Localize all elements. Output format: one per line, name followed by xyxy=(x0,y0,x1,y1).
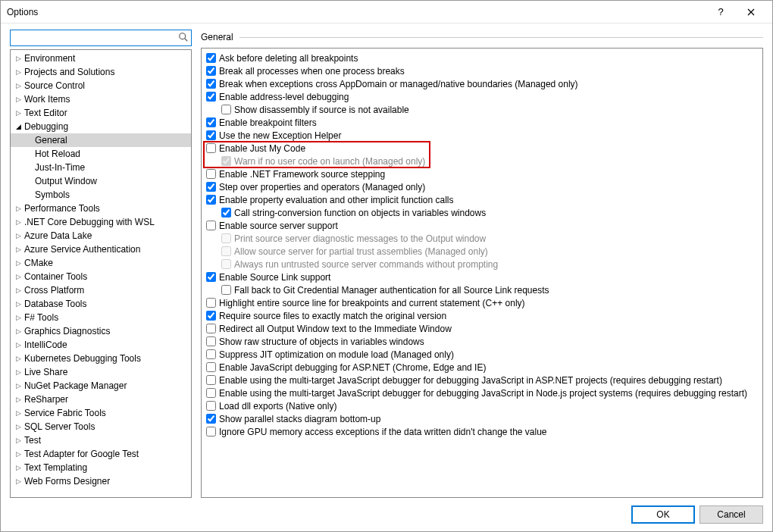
option-checkbox xyxy=(221,156,231,166)
option-checkbox[interactable] xyxy=(206,143,216,153)
option-row: Enable property evaluation and other imp… xyxy=(203,193,761,206)
tree-item[interactable]: Hot Reload xyxy=(11,147,191,161)
option-row: Show raw structure of objects in variabl… xyxy=(203,335,761,348)
close-button[interactable] xyxy=(736,1,766,23)
tree-item[interactable]: ▷Live Share xyxy=(11,365,191,379)
option-label: Warn if no user code on launch (Managed … xyxy=(234,156,425,167)
option-checkbox[interactable] xyxy=(206,311,216,321)
tree-item[interactable]: ▷Service Fabric Tools xyxy=(11,406,191,420)
chevron-right-icon: ▷ xyxy=(14,109,23,117)
options-window: Options ? ▷Environment▷Projects and Solu… xyxy=(0,0,773,532)
tree-item[interactable]: ▷Azure Data Lake xyxy=(11,229,191,243)
tree-item[interactable]: ▷Kubernetes Debugging Tools xyxy=(11,352,191,365)
tree-item-label: Performance Tools xyxy=(23,203,100,214)
option-checkbox[interactable] xyxy=(206,130,216,140)
option-checkbox[interactable] xyxy=(206,79,216,89)
chevron-right-icon: ▷ xyxy=(14,259,23,267)
tree-item[interactable]: ▷Projects and Solutions xyxy=(11,65,191,79)
tree-item[interactable]: ▷ReSharper xyxy=(11,393,191,406)
chevron-right-icon: ▷ xyxy=(14,205,23,212)
tree-item[interactable]: ▷Performance Tools xyxy=(11,202,191,215)
window-title: Options xyxy=(7,7,706,17)
tree-item[interactable]: Symbols xyxy=(11,188,191,202)
tree-item[interactable]: ▷F# Tools xyxy=(11,311,191,324)
tree-item-label: Azure Service Authentication xyxy=(23,244,140,255)
tree-item[interactable]: ▷IntelliCode xyxy=(11,338,191,352)
tree-item[interactable]: Just-In-Time xyxy=(11,161,191,174)
tree-item[interactable]: ▷Database Tools xyxy=(11,297,191,311)
option-checkbox[interactable] xyxy=(206,401,216,411)
option-checkbox[interactable] xyxy=(221,208,231,217)
option-row: Break when exceptions cross AppDomain or… xyxy=(203,77,761,90)
cancel-button[interactable]: Cancel xyxy=(699,505,763,524)
tree-item[interactable]: ▷Environment xyxy=(11,52,191,65)
tree-item[interactable]: ▷CMake xyxy=(11,256,191,270)
chevron-right-icon: ▷ xyxy=(14,368,23,376)
tree-item[interactable]: ▷Text Editor xyxy=(11,106,191,120)
option-checkbox[interactable] xyxy=(206,272,216,282)
option-label: Enable address-level debugging xyxy=(219,92,349,102)
tree-item[interactable]: ▷Work Items xyxy=(11,92,191,106)
tree-item-label: Work Items xyxy=(23,94,70,105)
option-checkbox[interactable] xyxy=(206,195,216,205)
tree-item-label: SQL Server Tools xyxy=(23,421,95,432)
ok-button[interactable]: OK xyxy=(631,505,695,524)
tree-item[interactable]: General xyxy=(11,133,191,147)
option-label: Enable Source Link support xyxy=(219,272,330,283)
tree-item[interactable]: ▷Test xyxy=(11,433,191,447)
tree-item-label: Projects and Solutions xyxy=(23,67,114,77)
chevron-right-icon: ▷ xyxy=(14,355,23,362)
option-checkbox[interactable] xyxy=(206,298,216,308)
option-checkbox[interactable] xyxy=(206,414,216,424)
option-checkbox[interactable] xyxy=(206,336,216,346)
option-checkbox[interactable] xyxy=(206,388,216,398)
search-input[interactable] xyxy=(10,30,192,46)
option-checkbox[interactable] xyxy=(206,375,216,385)
options-panel[interactable]: Ask before deleting all breakpointsBreak… xyxy=(201,48,763,498)
option-label: Enable .NET Framework source stepping xyxy=(219,169,385,180)
option-row: Break all processes when one process bre… xyxy=(203,64,761,77)
tree-item[interactable]: ◢Debugging xyxy=(11,120,191,133)
option-checkbox[interactable] xyxy=(206,117,216,127)
option-label: Show raw structure of objects in variabl… xyxy=(219,336,424,347)
tree-item[interactable]: ▷Cross Platform xyxy=(11,283,191,297)
tree-item[interactable]: ▷Test Adapter for Google Test xyxy=(11,447,191,461)
tree-item[interactable]: ▷Azure Service Authentication xyxy=(11,243,191,256)
help-button[interactable]: ? xyxy=(706,1,736,23)
option-checkbox[interactable] xyxy=(206,362,216,372)
option-row: Step over properties and operators (Mana… xyxy=(203,180,761,193)
group-title: General xyxy=(201,32,239,42)
option-label: Require source files to exactly match th… xyxy=(219,311,446,321)
option-checkbox[interactable] xyxy=(206,221,216,230)
option-checkbox[interactable] xyxy=(206,182,216,192)
chevron-right-icon: ▷ xyxy=(14,82,23,89)
nav-tree[interactable]: ▷Environment▷Projects and Solutions▷Sour… xyxy=(10,49,192,498)
tree-item-label: Test xyxy=(23,435,41,446)
tree-item[interactable]: Output Window xyxy=(11,174,191,188)
option-checkbox[interactable] xyxy=(206,427,216,437)
tree-item[interactable]: ▷Container Tools xyxy=(11,270,191,283)
tree-item[interactable]: ▷NuGet Package Manager xyxy=(11,379,191,393)
option-checkbox[interactable] xyxy=(206,349,216,359)
option-checkbox[interactable] xyxy=(206,66,216,76)
option-checkbox[interactable] xyxy=(206,324,216,333)
tree-item[interactable]: ▷Text Templating xyxy=(11,461,191,474)
option-checkbox[interactable] xyxy=(206,53,216,63)
tree-item[interactable]: ▷Graphics Diagnostics xyxy=(11,324,191,338)
tree-item[interactable]: ▷.NET Core Debugging with WSL xyxy=(11,215,191,229)
option-label: Enable using the multi-target JavaScript… xyxy=(219,375,722,386)
tree-item[interactable]: ▷Source Control xyxy=(11,79,191,92)
option-row: Highlight entire source line for breakpo… xyxy=(203,296,761,309)
option-row: Show disassembly if source is not availa… xyxy=(203,103,761,116)
option-checkbox[interactable] xyxy=(206,169,216,179)
tree-item-label: Symbols xyxy=(33,189,70,200)
tree-item[interactable]: ▷SQL Server Tools xyxy=(11,420,191,433)
option-checkbox[interactable] xyxy=(206,92,216,102)
option-label: Enable JavaScript debugging for ASP.NET … xyxy=(219,362,486,373)
option-checkbox[interactable] xyxy=(221,285,231,295)
footer: OK Cancel xyxy=(1,498,772,531)
option-row: Enable Source Link support xyxy=(203,271,761,283)
tree-item[interactable]: ▷Web Forms Designer xyxy=(11,474,191,488)
option-checkbox[interactable] xyxy=(221,105,231,114)
option-label: Enable property evaluation and other imp… xyxy=(219,195,454,205)
